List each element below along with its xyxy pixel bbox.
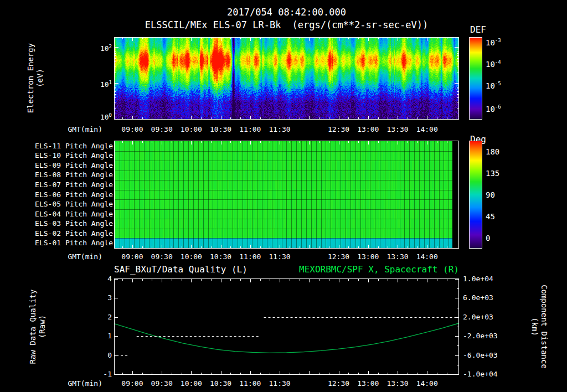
- time-tick-label: 12:30: [324, 379, 353, 388]
- electron-energy-axis-label-line2: (eV): [35, 28, 45, 128]
- spectrogram-canvas: [115, 38, 458, 119]
- def-colorbar: [469, 37, 482, 120]
- title-line: ELSSCIL/MEx ELS-07 LR-Bk(ergs/(cm**2-sr-…: [114, 19, 459, 30]
- deg-colorbar-tick-label: 135: [486, 169, 499, 178]
- electron-energy-axis-label-line1: Electron Energy: [26, 28, 35, 128]
- time-tick-label: 14:00: [413, 379, 441, 388]
- pitch-row-label: ELS-04 Pitch Angle: [10, 210, 113, 219]
- distance-tick-label: -1.0e+04: [463, 370, 498, 379]
- quality-distance-panel: [114, 278, 459, 375]
- time-tick-label: 10:30: [207, 252, 235, 261]
- time-tick-label: 11:30: [265, 379, 294, 388]
- els-quicklook-display: 2017/054 08:42:00.000 ELSSCIL/MEx ELS-07…: [0, 0, 567, 392]
- distance-tick-label: -2.0e+03: [463, 332, 498, 341]
- electron-energy-spectrogram-panel: [114, 37, 459, 120]
- time-tick-label: 10:00: [177, 125, 205, 134]
- quality-tick-label: 1: [82, 332, 112, 341]
- gmt-axis-label-spectrogram: GMT(min): [53, 125, 102, 134]
- deg-colorbar-tick-label: 45: [486, 212, 495, 221]
- component-distance-axis-label-line1: Component Distance: [539, 266, 549, 388]
- raw-data-quality-axis-label: Raw Data Quality (Raw): [28, 271, 47, 382]
- component-distance-axis-label: Component Distance (km): [530, 266, 549, 388]
- spacecraft-x-series-title: MEXORBMC/SPF X, Spacecraft (R): [221, 265, 459, 275]
- distance-tick-label: 2.0e+03: [463, 313, 493, 322]
- deg-colorbar-canvas: [470, 141, 482, 248]
- raw-data-quality-axis-label-line2: (Raw): [38, 271, 47, 382]
- distance-tick-label: 6.0e+03: [463, 293, 493, 302]
- time-tick-label: 13:00: [354, 252, 383, 261]
- component-distance-axis-label-line2: (km): [530, 266, 539, 388]
- line-chart-canvas: [115, 279, 458, 374]
- quality-tick-label: -1: [82, 370, 112, 379]
- raw-data-quality-axis-label-line1: Raw Data Quality: [28, 271, 38, 382]
- quality-tick-label: 3: [82, 293, 112, 302]
- pitch-row-label: ELS-01 Pitch Angle: [10, 239, 113, 247]
- pitch-row-label: ELS-11 Pitch Angle: [10, 142, 113, 151]
- time-tick-label: 12:30: [324, 125, 353, 134]
- def-colorbar-canvas: [470, 38, 482, 119]
- time-tick-label: 10:30: [207, 125, 235, 134]
- time-tick-label: 10:00: [177, 252, 205, 261]
- def-colorbar-tick-label: 10-4: [486, 58, 501, 69]
- time-tick-label: 13:30: [383, 379, 412, 388]
- time-tick-label: 09:00: [118, 125, 147, 134]
- time-tick-label: 11:30: [265, 125, 294, 134]
- time-tick-label: 13:00: [354, 125, 383, 134]
- time-tick-label: 14:00: [413, 252, 441, 261]
- pitch-row-label: ELS-08 Pitch Angle: [10, 171, 113, 179]
- pitch-row-label: ELS-05 Pitch Angle: [10, 200, 113, 209]
- distance-tick-label: 1.0e+04: [463, 275, 493, 283]
- instrument-title: ELSSCIL/MEx ELS-07 LR-Bk: [145, 19, 281, 30]
- time-tick-label: 11:30: [265, 252, 294, 261]
- def-colorbar-tick-label: 10-5: [486, 79, 501, 90]
- deg-colorbar-tick-label: 180: [486, 147, 499, 156]
- energy-tick-label: 101: [82, 78, 112, 89]
- time-tick-label: 09:00: [118, 379, 147, 388]
- time-tick-label: 10:30: [207, 379, 235, 388]
- energy-tick-label: 100: [82, 111, 112, 122]
- time-tick-label: 13:00: [354, 379, 383, 388]
- quality-tick-label: 2: [82, 313, 112, 322]
- deg-colorbar-tick-label: 90: [486, 190, 495, 199]
- time-tick-label: 09:00: [118, 252, 147, 261]
- time-tick-label: 09:30: [147, 252, 176, 261]
- time-tick-label: 12:30: [324, 252, 353, 261]
- time-tick-label: 13:30: [383, 252, 412, 261]
- gmt-axis-label-bottom: GMT(min): [53, 379, 102, 388]
- time-tick-label: 09:30: [147, 379, 176, 388]
- quality-tick-label: 0: [82, 351, 112, 360]
- energy-tick-label: 102: [82, 42, 112, 53]
- pitch-row-label: ELS-03 Pitch Angle: [10, 219, 113, 228]
- time-tick-label: 14:00: [413, 125, 441, 134]
- distance-tick-label: -6.0e+03: [463, 351, 498, 360]
- def-colorbar-title: DEF: [470, 25, 486, 35]
- deg-colorbar-tick-label: 0: [486, 234, 490, 243]
- timestamp: 2017/054 08:42:00.000: [114, 7, 459, 18]
- time-tick-label: 11:00: [236, 379, 265, 388]
- pitch-angle-canvas: [115, 141, 458, 248]
- deg-colorbar: [469, 141, 482, 249]
- time-tick-label: 11:00: [236, 252, 265, 261]
- def-colorbar-tick-label: 10-3: [486, 36, 501, 47]
- pitch-angle-panel: [114, 141, 459, 249]
- electron-energy-axis-label: Electron Energy (eV): [26, 28, 45, 128]
- time-tick-label: 13:30: [383, 125, 412, 134]
- time-tick-label: 09:30: [147, 125, 176, 134]
- gmt-axis-label-pitch: GMT(min): [53, 252, 102, 261]
- def-colorbar-tick-label: 10-6: [486, 102, 501, 114]
- pitch-row-label: ELS-07 Pitch Angle: [10, 180, 113, 189]
- pitch-row-label: ELS-09 Pitch Angle: [10, 161, 113, 170]
- time-tick-label: 10:00: [177, 379, 205, 388]
- pitch-row-label: ELS-10 Pitch Angle: [10, 151, 113, 160]
- quality-tick-label: 4: [82, 275, 112, 283]
- units-label: (ergs/(cm**2-sr-sec-eV)): [292, 19, 429, 30]
- pitch-row-label: ELS-06 Pitch Angle: [10, 190, 113, 199]
- time-tick-label: 11:00: [236, 125, 265, 134]
- pitch-row-label: ELS-02 Pitch Angle: [10, 229, 113, 238]
